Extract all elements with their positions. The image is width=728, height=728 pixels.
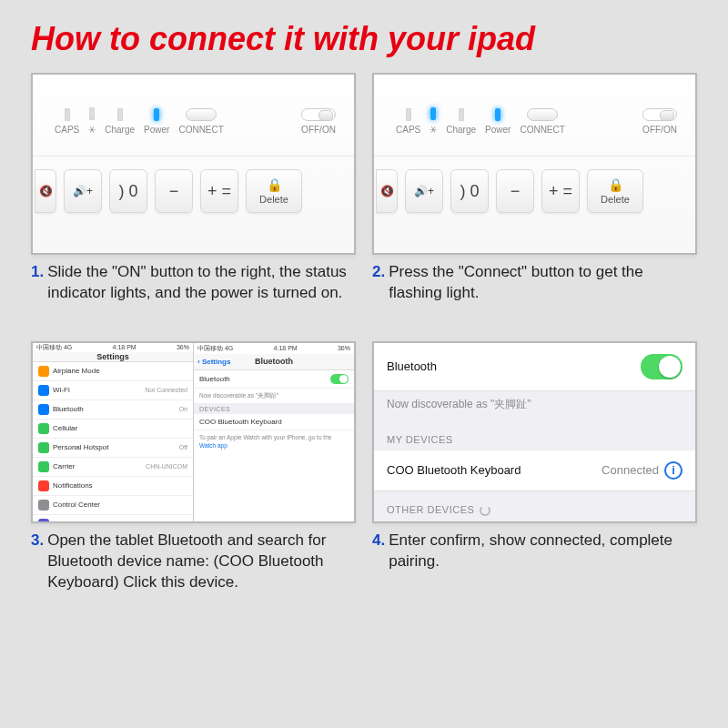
- bluetooth-toggle-row[interactable]: Bluetooth: [194, 370, 354, 389]
- watch-app-link[interactable]: Watch app: [199, 442, 228, 449]
- key-delete[interactable]: 🔒Delete: [246, 169, 302, 213]
- key-plus[interactable]: + =: [200, 169, 238, 213]
- step-number: 1.: [31, 262, 44, 304]
- settings-row[interactable]: Control Center: [33, 496, 193, 515]
- row-icon: [38, 385, 49, 396]
- other-devices-label: OTHER DEVICES: [374, 491, 695, 521]
- step-1: CAPS ⚹ Charge Power CONNECT OFF/ON 🔇 🔊+ …: [31, 73, 356, 325]
- bt-led-on: [430, 107, 436, 120]
- connect-button[interactable]: [186, 108, 217, 121]
- my-devices-label: MY DEVICES: [374, 421, 695, 450]
- settings-title: Settings: [96, 352, 129, 361]
- step-2-image: CAPS ⚹ Charge Power CONNECT OFF/ON 🔇 🔊+ …: [372, 73, 697, 255]
- back-link[interactable]: ‹ Settings: [197, 358, 230, 366]
- power-switch[interactable]: [642, 108, 677, 121]
- spinner-icon: [480, 505, 490, 516]
- row-icon: [38, 480, 49, 491]
- step-3-image: 中国移动 4G 4:18 PM 36% Settings Airplane Mo…: [31, 341, 356, 523]
- step-text: Enter confirm, show connected, complete …: [389, 531, 697, 572]
- row-icon: [38, 423, 49, 434]
- steps-grid: CAPS ⚹ Charge Power CONNECT OFF/ON 🔇 🔊+ …: [31, 73, 697, 593]
- connected-status: Connected: [602, 463, 659, 477]
- step-number: 2.: [372, 262, 385, 304]
- connect-button[interactable]: [527, 108, 558, 121]
- label-bt: ⚹: [88, 124, 96, 135]
- pair-hint: To pair an Apple Watch with your iPhone,…: [194, 430, 354, 453]
- step-3: 中国移动 4G 4:18 PM 36% Settings Airplane Mo…: [31, 341, 356, 593]
- discoverable-text: Now discoverable as "夹脚趾": [374, 391, 695, 421]
- row-icon: [38, 366, 49, 377]
- step-text: Open the tablet Bluetooth and search for…: [47, 531, 356, 593]
- settings-row[interactable]: Airplane Mode: [33, 362, 193, 381]
- devices-label: DEVICES: [194, 403, 354, 414]
- row-icon: [38, 461, 49, 472]
- pair-hint: To pair an Apple Watch with your iPhone,…: [374, 521, 695, 523]
- key-minus[interactable]: −: [155, 169, 193, 213]
- toggle-icon[interactable]: [330, 374, 349, 384]
- row-icon: [38, 500, 49, 511]
- label-charge: Charge: [105, 125, 135, 135]
- info-icon[interactable]: i: [664, 461, 682, 480]
- lock-icon: 🔒: [267, 177, 282, 192]
- step-text: Slide the "ON" button to the right, the …: [47, 262, 356, 304]
- settings-row[interactable]: CarrierCHN-UNICOM: [33, 458, 193, 477]
- label-connect: CONNECT: [178, 125, 223, 135]
- settings-row[interactable]: Notifications: [33, 477, 193, 496]
- device-row[interactable]: COO Bluetooth Keyboard: [194, 414, 354, 430]
- step-text: Press the "Connect" button to get the fl…: [389, 262, 697, 304]
- settings-row[interactable]: BluetoothOn: [33, 400, 193, 420]
- key-mute[interactable]: 🔇: [35, 169, 56, 213]
- label-offon: OFF/ON: [301, 125, 336, 135]
- row-icon: [38, 404, 49, 415]
- discoverable-text: Now discoverable as "夹脚趾": [194, 389, 354, 403]
- row-icon: [38, 442, 49, 453]
- power-switch[interactable]: [301, 108, 336, 121]
- power-led-on: [154, 108, 159, 121]
- label-power: Power: [144, 125, 169, 135]
- toggle-icon[interactable]: [641, 354, 682, 379]
- phone-settings: 中国移动 4G 4:18 PM 36% Settings Airplane Mo…: [33, 343, 194, 521]
- step-number: 4.: [372, 531, 385, 572]
- key-volup[interactable]: 🔊+: [64, 169, 102, 213]
- settings-row[interactable]: Personal HotspotOff: [33, 439, 193, 458]
- row-icon: [38, 519, 49, 523]
- key-0[interactable]: ) 0: [109, 169, 147, 213]
- step-4: Bluetooth Now discoverable as "夹脚趾" MY D…: [372, 341, 697, 593]
- page-title: How to connect it with your ipad: [31, 20, 697, 58]
- settings-row[interactable]: Wi-FiNot Connected: [33, 381, 193, 400]
- step-2: CAPS ⚹ Charge Power CONNECT OFF/ON 🔇 🔊+ …: [372, 73, 697, 325]
- settings-row[interactable]: Cellular: [33, 420, 193, 439]
- settings-row[interactable]: Do Not Disturb: [33, 515, 193, 523]
- step-1-image: CAPS ⚹ Charge Power CONNECT OFF/ON 🔇 🔊+ …: [31, 73, 356, 255]
- bluetooth-toggle-row[interactable]: Bluetooth: [374, 343, 695, 391]
- step-number: 3.: [31, 531, 44, 593]
- bluetooth-title: Bluetooth: [255, 357, 293, 366]
- label-caps: CAPS: [55, 125, 79, 135]
- lock-icon: 🔒: [608, 177, 623, 192]
- device-row[interactable]: COO Bluetooth Keyboard Connected i: [374, 450, 695, 491]
- step-4-image: Bluetooth Now discoverable as "夹脚趾" MY D…: [372, 341, 697, 523]
- phone-bluetooth: 中国移动 4G 4:18 PM 36% ‹ Settings Bluetooth…: [194, 343, 354, 521]
